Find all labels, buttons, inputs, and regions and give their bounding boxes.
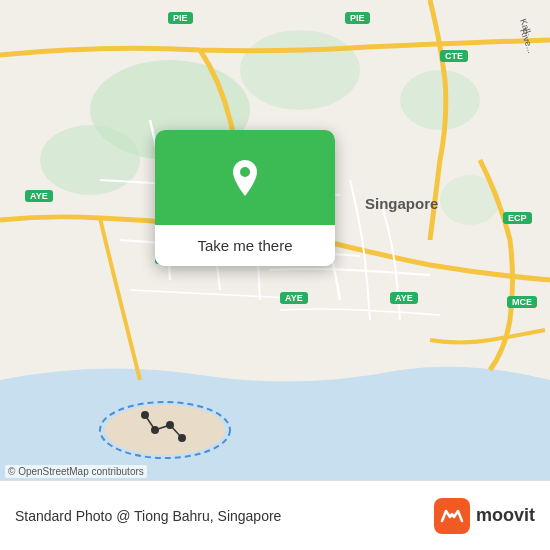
take-me-there-button[interactable]: Take me there bbox=[155, 225, 335, 266]
pie-label-1: PIE bbox=[168, 12, 193, 24]
location-text: Standard Photo @ Tiong Bahru, Singapore bbox=[15, 508, 281, 524]
svg-point-2 bbox=[40, 125, 140, 195]
svg-point-4 bbox=[400, 70, 480, 130]
moovit-logo: moovit bbox=[434, 498, 535, 534]
pie-label-2: PIE bbox=[345, 12, 370, 24]
svg-point-3 bbox=[240, 30, 360, 110]
popup-green-area bbox=[155, 130, 335, 225]
location-pin-icon bbox=[223, 156, 267, 200]
map-container: Kall... Rive... PIE PIE CTE AYE AYE AYE … bbox=[0, 0, 550, 480]
svg-point-17 bbox=[240, 167, 250, 177]
mce-label: MCE bbox=[507, 296, 537, 308]
singapore-label: Singapore bbox=[365, 195, 438, 212]
cte-label: CTE bbox=[440, 50, 468, 62]
bottom-bar: Standard Photo @ Tiong Bahru, Singapore … bbox=[0, 480, 550, 550]
aye-label-3: AYE bbox=[280, 292, 308, 304]
svg-point-6 bbox=[105, 405, 225, 455]
map-copyright: © OpenStreetMap contributors bbox=[5, 465, 147, 478]
moovit-icon bbox=[434, 498, 470, 534]
ecp-label: ECP bbox=[503, 212, 532, 224]
aye-label-4: AYE bbox=[390, 292, 418, 304]
aye-label-1: AYE bbox=[25, 190, 53, 202]
popup-card: Take me there bbox=[155, 130, 335, 266]
moovit-text: moovit bbox=[476, 505, 535, 526]
